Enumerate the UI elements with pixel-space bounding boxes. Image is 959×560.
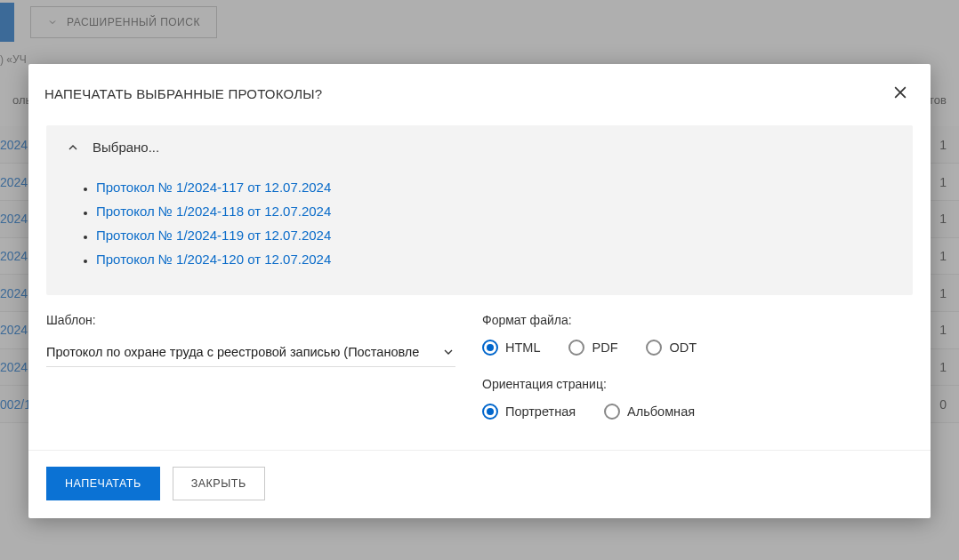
radio-label: HTML (505, 340, 540, 355)
selected-list: Протокол № 1/2024-117 от 12.07.2024Прото… (46, 165, 913, 295)
orientation-radio-group: ПортретнаяАльбомная (482, 404, 913, 420)
template-value: Протокол по охране труда с реестровой за… (46, 345, 420, 359)
radio-label: Альбомная (627, 404, 695, 419)
radio-icon (482, 340, 498, 356)
radio-label: Портретная (505, 404, 576, 419)
selected-panel: Выбрано... Протокол № 1/2024-117 от 12.0… (46, 125, 913, 295)
protocol-link[interactable]: Протокол № 1/2024-119 от 12.07.2024 (96, 228, 331, 243)
chevron-up-icon (66, 140, 80, 155)
close-icon (891, 84, 909, 101)
list-item: Протокол № 1/2024-120 от 12.07.2024 (96, 252, 895, 267)
print-dialog: НАПЕЧАТАТЬ ВЫБРАННЫЕ ПРОТОКОЛЫ? Выбрано.… (28, 64, 931, 518)
radio-icon (482, 404, 498, 420)
dialog-footer: НАПЕЧАТАТЬ ЗАКРЫТЬ (28, 450, 931, 518)
radio-label: ODT (669, 340, 697, 355)
protocol-link[interactable]: Протокол № 1/2024-117 от 12.07.2024 (96, 180, 331, 195)
protocol-link[interactable]: Протокол № 1/2024-118 от 12.07.2024 (96, 204, 331, 219)
template-select[interactable]: Протокол по охране труда с реестровой за… (46, 340, 455, 367)
orientation-label: Ориентация страниц: (482, 377, 913, 391)
radio-icon (568, 340, 584, 356)
format-label: Формат файла: (482, 313, 913, 327)
dialog-body: Выбрано... Протокол № 1/2024-117 от 12.0… (28, 120, 931, 441)
selected-toggle[interactable]: Выбрано... (46, 125, 913, 165)
dialog-header: НАПЕЧАТАТЬ ВЫБРАННЫЕ ПРОТОКОЛЫ? (28, 64, 931, 120)
cancel-button[interactable]: ЗАКРЫТЬ (173, 467, 265, 500)
format-option[interactable]: ODT (646, 340, 697, 356)
list-item: Протокол № 1/2024-117 от 12.07.2024 (96, 180, 895, 195)
print-button[interactable]: НАПЕЧАТАТЬ (46, 467, 160, 500)
orientation-option[interactable]: Портретная (482, 404, 576, 420)
settings-row: Шаблон: Протокол по охране труда с реест… (46, 313, 913, 441)
template-column: Шаблон: Протокол по охране труда с реест… (46, 313, 455, 441)
radio-label: PDF (592, 340, 617, 355)
protocol-link[interactable]: Протокол № 1/2024-120 от 12.07.2024 (96, 252, 331, 267)
format-radio-group: HTMLPDFODT (482, 340, 913, 356)
radio-icon (604, 404, 620, 420)
list-item: Протокол № 1/2024-119 от 12.07.2024 (96, 228, 895, 243)
format-option[interactable]: HTML (482, 340, 540, 356)
modal-overlay[interactable]: НАПЕЧАТАТЬ ВЫБРАННЫЕ ПРОТОКОЛЫ? Выбрано.… (0, 0, 959, 560)
format-column: Формат файла: HTMLPDFODT Ориентация стра… (482, 313, 913, 441)
close-button[interactable] (888, 80, 913, 108)
format-option[interactable]: PDF (568, 340, 617, 356)
template-label: Шаблон: (46, 313, 455, 327)
list-item: Протокол № 1/2024-118 от 12.07.2024 (96, 204, 895, 219)
chevron-down-icon (441, 345, 455, 359)
orientation-option[interactable]: Альбомная (604, 404, 695, 420)
dialog-title: НАПЕЧАТАТЬ ВЫБРАННЫЕ ПРОТОКОЛЫ? (44, 86, 322, 101)
radio-icon (646, 340, 662, 356)
selected-header-label: Выбрано... (93, 140, 159, 155)
